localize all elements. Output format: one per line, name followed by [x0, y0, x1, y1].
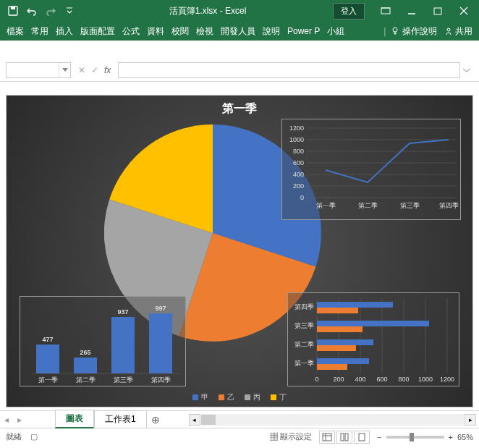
sheet-nav-next[interactable]: ▸ [13, 412, 26, 428]
titlebar: 活頁簿1.xlsx - Excel 登入 [0, 0, 479, 22]
window-title: 活頁簿1.xlsx - Excel [82, 5, 333, 17]
svg-rect-2 [381, 8, 390, 14]
svg-text:1200: 1200 [289, 124, 304, 132]
svg-rect-49 [317, 345, 356, 351]
tell-me[interactable]: 操作說明 [387, 22, 440, 41]
svg-text:937: 937 [117, 308, 128, 316]
svg-text:800: 800 [398, 376, 409, 383]
svg-text:200: 200 [333, 376, 344, 383]
svg-rect-64 [341, 434, 344, 441]
svg-rect-25 [74, 358, 97, 373]
save-button[interactable] [4, 2, 22, 20]
scroll-left[interactable]: ◂ [189, 414, 200, 426]
tab-review[interactable]: 校閱 [168, 22, 192, 41]
ribbon-tabs: 檔案 常用 插入 版面配置 公式 資料 校閱 檢視 開發人員 說明 Power … [0, 22, 479, 41]
svg-text:997: 997 [155, 305, 166, 312]
tab-team[interactable]: 小組 [323, 22, 348, 41]
formula-expand[interactable] [460, 67, 473, 74]
svg-rect-48 [317, 339, 373, 345]
sheet-tab-chart[interactable]: 圖表 [55, 410, 94, 428]
add-sheet-button[interactable]: ⊕ [147, 414, 164, 426]
scroll-right[interactable]: ▸ [465, 414, 476, 426]
formula-bar: ✕ ✓ fx [0, 41, 479, 82]
tab-data[interactable]: 資料 [143, 22, 168, 41]
tab-insert[interactable]: 插入 [52, 22, 77, 41]
tab-home[interactable]: 常用 [27, 22, 52, 41]
svg-text:第一季: 第一季 [38, 376, 58, 384]
bar-chart: 第四季 第三季 第二季 第一季 0 200 400 600 800 1000 1… [287, 292, 459, 386]
tab-developer[interactable]: 開發人員 [217, 22, 259, 41]
tab-layout[interactable]: 版面配置 [77, 22, 119, 41]
svg-rect-27 [149, 313, 172, 373]
svg-text:第四季: 第四季 [439, 202, 459, 209]
undo-button[interactable] [23, 2, 41, 20]
svg-text:1000: 1000 [418, 376, 433, 383]
line-chart: 1200 1000 800 600 400 200 0 第一季 第二季 第三季 … [281, 119, 461, 220]
close-button[interactable] [452, 2, 476, 20]
svg-rect-50 [317, 358, 369, 364]
svg-rect-44 [317, 302, 393, 308]
svg-rect-1 [11, 7, 15, 9]
svg-text:200: 200 [293, 182, 304, 190]
ribbon-options-button[interactable] [373, 2, 398, 20]
tab-formulas[interactable]: 公式 [119, 22, 143, 41]
svg-rect-47 [317, 326, 363, 332]
svg-text:第三季: 第三季 [294, 322, 314, 329]
svg-text:第二季: 第二季 [294, 341, 314, 348]
svg-text:600: 600 [376, 376, 387, 383]
svg-text:400: 400 [355, 376, 365, 383]
zoom-control[interactable]: − + 65% [377, 433, 473, 441]
fx-label[interactable]: fx [104, 65, 111, 75]
login-button[interactable]: 登入 [333, 3, 365, 20]
svg-text:第一季: 第一季 [294, 360, 314, 367]
name-box-dropdown[interactable] [59, 63, 70, 77]
svg-point-5 [447, 28, 450, 31]
display-settings[interactable]: ▦ 顯示設定 [270, 431, 312, 442]
zoom-out[interactable]: − [377, 433, 381, 441]
svg-text:0: 0 [300, 194, 304, 201]
view-normal[interactable] [319, 431, 335, 444]
zoom-level[interactable]: 65% [457, 433, 473, 441]
tab-help[interactable]: 說明 [259, 22, 284, 41]
zoom-slider[interactable] [386, 436, 444, 439]
svg-text:1200: 1200 [440, 376, 454, 383]
svg-rect-45 [317, 308, 358, 313]
sheet-tab-sheet1[interactable]: 工作表1 [94, 410, 147, 428]
svg-rect-65 [345, 434, 348, 441]
svg-text:第三季: 第三季 [114, 376, 133, 384]
svg-point-4 [393, 28, 397, 32]
svg-rect-51 [317, 364, 347, 370]
svg-text:第四季: 第四季 [151, 376, 171, 384]
tab-file[interactable]: 檔案 [3, 22, 27, 41]
enter-formula[interactable]: ✓ [91, 65, 98, 75]
chart-object[interactable]: 第一季 1200 1000 800 [6, 95, 473, 407]
tab-view[interactable]: 檢視 [192, 22, 217, 41]
qat-dropdown[interactable] [61, 2, 78, 20]
sheet-nav-prev[interactable]: ◂ [0, 412, 13, 428]
maximize-button[interactable] [425, 2, 450, 20]
svg-rect-63 [323, 434, 331, 441]
view-page-layout[interactable] [336, 431, 352, 444]
svg-text:800: 800 [293, 148, 304, 155]
name-box[interactable] [6, 62, 71, 78]
svg-text:第二季: 第二季 [76, 376, 96, 384]
svg-rect-46 [317, 321, 429, 326]
minimize-button[interactable] [399, 2, 424, 20]
svg-rect-3 [434, 8, 441, 14]
cancel-formula[interactable]: ✕ [78, 65, 85, 75]
redo-button[interactable] [42, 2, 59, 20]
share-button[interactable]: 共用 [441, 22, 476, 41]
svg-text:1000: 1000 [289, 136, 304, 143]
formula-input[interactable] [118, 62, 460, 78]
quick-access-toolbar [0, 2, 82, 20]
tab-power[interactable]: Power P [284, 23, 323, 39]
sheet-tab-bar: ◂ ▸ 圖表 工作表1 ⊕ ◂ ▸ [0, 410, 479, 428]
chart-legend: 甲 乙 丙 丁 [7, 392, 472, 402]
view-page-break[interactable] [354, 431, 370, 444]
svg-text:477: 477 [42, 336, 53, 343]
window-controls: 登入 [333, 2, 479, 20]
svg-text:第二季: 第二季 [358, 202, 378, 209]
zoom-in[interactable]: + [449, 433, 453, 441]
horizontal-scrollbar[interactable]: ◂ ▸ [186, 414, 479, 426]
macro-record-icon[interactable]: ▢ [30, 432, 38, 441]
